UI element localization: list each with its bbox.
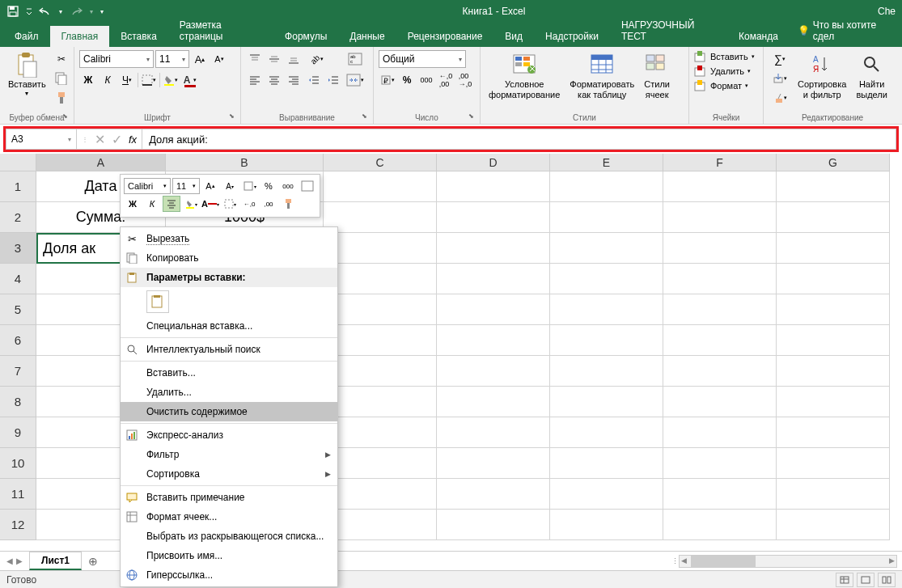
format-painter-button[interactable] (53, 89, 70, 107)
cancel-icon[interactable]: ✕ (95, 132, 105, 147)
tab-layout[interactable]: Разметка страницы (168, 15, 273, 47)
cell-G8[interactable] (777, 387, 890, 417)
cell-D3[interactable] (437, 233, 550, 264)
fx-icon[interactable]: fx (129, 133, 137, 146)
cell-D2[interactable] (437, 202, 550, 233)
cell-C11[interactable] (324, 479, 437, 510)
col-header-A[interactable]: A (36, 154, 166, 171)
clear-button[interactable]: ▾ (769, 89, 791, 107)
row-header-7[interactable]: 7 (0, 356, 36, 387)
cm-insert-comment[interactable]: Вставить примечание (121, 488, 337, 507)
cell-C4[interactable] (324, 264, 437, 294)
name-box[interactable]: A3▾ (6, 129, 77, 150)
enter-icon[interactable]: ✓ (112, 132, 122, 147)
font-color-button[interactable]: A▾ (181, 71, 199, 89)
cell-D10[interactable] (437, 448, 550, 479)
font-size-combo[interactable]: 11▾ (155, 50, 189, 68)
redo-dropdown[interactable]: ▾ (87, 2, 95, 21)
cell-D8[interactable] (437, 387, 550, 417)
cell-F8[interactable] (663, 387, 777, 417)
bold-button[interactable]: Ж (79, 71, 97, 89)
cell-D1[interactable] (437, 171, 550, 202)
mini-format-painter[interactable] (279, 196, 297, 212)
sheet-next-icon[interactable]: ▶ (16, 556, 23, 565)
percent-button[interactable]: % (398, 71, 416, 89)
mini-font-combo[interactable]: Calibri▾ (124, 178, 171, 194)
orientation-button[interactable]: ab▾ (305, 50, 329, 68)
clipboard-dialog-launcher[interactable]: ⬊ (62, 112, 70, 121)
cell-G5[interactable] (777, 294, 890, 325)
cell-C12[interactable] (324, 510, 437, 540)
cm-quick-analysis[interactable]: Экспресс-анализ (121, 425, 337, 445)
tab-addins[interactable]: Надстройки (534, 26, 610, 47)
cell-D7[interactable] (437, 356, 550, 387)
cell-G12[interactable] (777, 510, 890, 540)
row-header-5[interactable]: 5 (0, 294, 36, 325)
cell-F7[interactable] (663, 356, 777, 387)
cell-G9[interactable] (777, 417, 890, 448)
cell-G3[interactable] (777, 233, 890, 264)
cm-delete[interactable]: Удалить... (121, 383, 337, 402)
cell-F6[interactable] (663, 325, 777, 356)
cell-C5[interactable] (324, 294, 437, 325)
mini-inc-decimal[interactable]: ←,0 (240, 196, 258, 212)
undo-button[interactable] (36, 2, 55, 21)
cell-D12[interactable] (437, 510, 550, 540)
cell-E9[interactable] (550, 417, 663, 448)
shrink-font-button[interactable]: A▾ (210, 50, 228, 68)
h-scroll-thumb[interactable] (691, 556, 756, 567)
cell-E5[interactable] (550, 294, 663, 325)
cell-C9[interactable] (324, 417, 437, 448)
col-header-F[interactable]: F (663, 154, 777, 171)
cell-F4[interactable] (663, 264, 777, 294)
cell-E2[interactable] (550, 202, 663, 233)
cell-C6[interactable] (324, 325, 437, 356)
redo-button[interactable] (66, 2, 86, 21)
col-header-B[interactable]: B (166, 154, 324, 171)
italic-button[interactable]: К (99, 71, 116, 89)
comma-button[interactable]: 000 (417, 71, 435, 89)
tab-view[interactable]: Вид (493, 26, 534, 47)
mini-accounting[interactable]: ▾ (240, 178, 258, 194)
qat-customize[interactable]: ▾ (97, 2, 107, 21)
tab-home[interactable]: Главная (50, 26, 110, 47)
tab-insert[interactable]: Вставка (109, 26, 168, 47)
col-header-D[interactable]: D (437, 154, 550, 171)
find-button[interactable]: Найти выдели (853, 50, 890, 121)
cell-G4[interactable] (777, 264, 890, 294)
cell-E4[interactable] (550, 264, 663, 294)
add-sheet-button[interactable]: ⊕ (82, 555, 104, 568)
align-middle-button[interactable] (265, 50, 283, 68)
cm-hyperlink[interactable]: Гиперссылка... (121, 565, 337, 585)
h-scrollbar[interactable]: ◀ ▶ (679, 555, 897, 568)
cell-F10[interactable] (663, 448, 777, 479)
delete-cells-button[interactable]: Удалить▾ (694, 65, 758, 78)
row-header-6[interactable]: 6 (0, 325, 36, 356)
tell-me-search[interactable]: 💡 Что вы хотите сдел (790, 15, 902, 47)
number-format-combo[interactable]: Общий▾ (379, 50, 466, 68)
cell-E10[interactable] (550, 448, 663, 479)
cm-pick-from-list[interactable]: Выбрать из раскрывающегося списка... (121, 527, 337, 546)
col-header-E[interactable]: E (550, 154, 663, 171)
tab-file[interactable]: Файл (3, 26, 50, 47)
cell-E6[interactable] (550, 325, 663, 356)
alignment-dialog-launcher[interactable]: ⬊ (362, 112, 370, 121)
row-header-10[interactable]: 10 (0, 448, 36, 479)
menu-dropdown-icon[interactable] (24, 2, 34, 21)
mini-bold[interactable]: Ж (124, 196, 142, 212)
undo-dropdown[interactable]: ▾ (57, 2, 65, 21)
cell-C1[interactable] (324, 171, 437, 202)
sheet-tab-1[interactable]: Лист1 (29, 552, 82, 570)
mini-shrink-font[interactable]: A▾ (221, 178, 239, 194)
cell-E12[interactable] (550, 510, 663, 540)
autosum-button[interactable]: ∑▾ (769, 50, 791, 68)
font-dialog-launcher[interactable]: ⬊ (229, 112, 237, 121)
underline-button[interactable]: Ч▾ (118, 71, 136, 89)
mini-merge[interactable] (299, 178, 316, 194)
cell-F5[interactable] (663, 294, 777, 325)
align-center-button[interactable] (265, 71, 283, 89)
cm-cut[interactable]: ✂Вырезать (121, 229, 337, 248)
cell-E1[interactable] (550, 171, 663, 202)
cell-C3[interactable] (324, 233, 437, 264)
cm-smart-lookup[interactable]: Интеллектуальный поиск (121, 340, 337, 359)
